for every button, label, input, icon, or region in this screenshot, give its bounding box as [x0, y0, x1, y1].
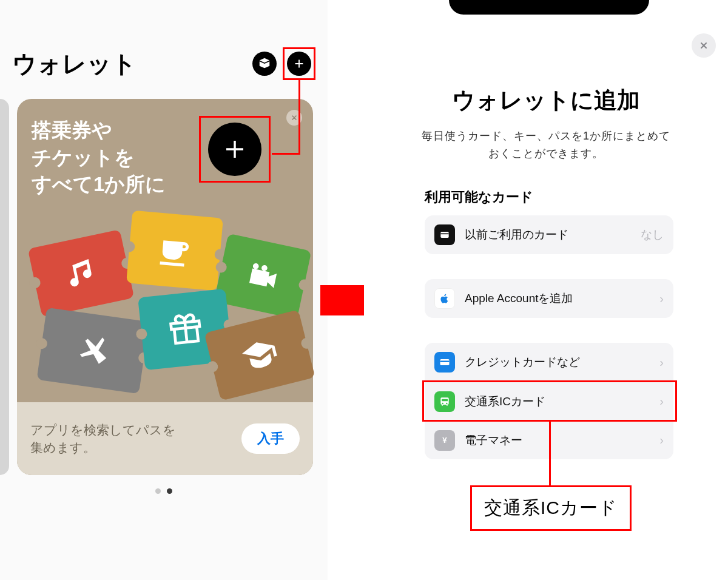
- orders-icon[interactable]: [252, 52, 277, 76]
- svg-rect-0: [440, 232, 448, 238]
- svg-text:¥: ¥: [442, 436, 447, 445]
- add-card-button[interactable]: [287, 52, 311, 76]
- header-icons: [252, 47, 315, 80]
- promo-headline: 搭乗券や チケットを すべて1か所に: [32, 117, 166, 198]
- option-label: 以前ご利用のカード: [465, 227, 631, 243]
- promo-footer-l2: 集めます。: [30, 440, 96, 454]
- promo-footer-l1: アプリを検索してパスを: [30, 423, 176, 437]
- yen-icon: ¥: [434, 430, 455, 451]
- close-sheet-button[interactable]: [692, 33, 716, 58]
- ticket-collage: [17, 208, 313, 390]
- music-ticket-icon: [28, 229, 135, 317]
- promo-add-button[interactable]: [208, 123, 261, 176]
- annotation-line: [272, 153, 300, 155]
- svg-rect-3: [440, 361, 450, 363]
- option-label: 交通系ICカード: [465, 394, 650, 410]
- sheet-subtitle: 毎日使うカード、キー、パスを1か所にまとめて おくことができます。: [406, 127, 686, 163]
- credit-card-icon: [434, 352, 455, 373]
- transit-icon: [434, 391, 455, 412]
- apple-icon: [434, 288, 455, 309]
- wallet-title: ウォレット: [12, 47, 136, 81]
- device-notch: [449, 0, 649, 15]
- page-indicator: [0, 488, 328, 494]
- cafe-ticket-icon: [126, 211, 223, 291]
- promo-card: 搭乗券や チケットを すべて1か所に: [17, 99, 313, 475]
- sheet-sub-l1: 毎日使うカード、キー、パスを1か所にまとめて: [422, 130, 670, 142]
- option-label: クレジットカードなど: [465, 354, 650, 370]
- add-to-wallet-sheet: ウォレットに追加 毎日使うカード、キー、パスを1か所にまとめて おくことができま…: [364, 0, 728, 580]
- video-ticket-icon: [214, 234, 312, 320]
- section-title: 利用可能なカード: [425, 188, 533, 206]
- wallet-icon: [434, 224, 455, 245]
- option-label: Apple Accountを追加: [465, 291, 650, 306]
- option-label: 電子マネー: [465, 433, 650, 448]
- promo-add-highlight: [199, 116, 271, 183]
- wallet-screen: ウォレット 搭乗券や チケットを すべて1か所に: [0, 0, 328, 580]
- option-previous-cards[interactable]: 以前ご利用のカード なし: [425, 215, 673, 254]
- flight-ticket-icon: [36, 308, 149, 394]
- annotation-line: [298, 79, 300, 155]
- option-trail: なし: [641, 227, 664, 243]
- chevron-right-icon: ›: [659, 394, 664, 408]
- page-dot-1[interactable]: [155, 488, 161, 494]
- sheet-title: ウォレットに追加: [364, 85, 728, 116]
- promo-line2: チケットを: [32, 146, 135, 169]
- option-group-previous: 以前ご利用のカード なし: [425, 215, 673, 254]
- chevron-right-icon: ›: [659, 433, 664, 447]
- option-apple-account[interactable]: Apple Accountを追加 ›: [425, 279, 673, 318]
- wallet-header: ウォレット: [12, 46, 315, 82]
- option-group-apple: Apple Accountを追加 ›: [425, 279, 673, 318]
- add-card-header-highlight: [283, 47, 315, 80]
- option-transit-ic-card[interactable]: 交通系ICカード ›: [425, 382, 673, 420]
- get-button[interactable]: 入手: [241, 423, 300, 454]
- promo-footer-text: アプリを検索してパスを 集めます。: [30, 421, 176, 457]
- chevron-right-icon: ›: [659, 292, 664, 306]
- chevron-right-icon: ›: [659, 356, 664, 369]
- callout-label: 交通系ICカード: [470, 485, 632, 531]
- sheet-sub-l2: おくことができます。: [488, 147, 604, 160]
- page-dot-2[interactable]: [167, 488, 172, 494]
- svg-rect-1: [440, 234, 448, 235]
- previous-card-peek[interactable]: [0, 99, 9, 475]
- promo-line1: 搭乗券や: [32, 119, 112, 141]
- promo-footer: アプリを検索してパスを 集めます。 入手: [17, 402, 313, 475]
- option-credit-card[interactable]: クレジットカードなど ›: [425, 343, 673, 382]
- promo-line3: すべて1か所に: [32, 173, 166, 195]
- annotation-line: [549, 421, 551, 485]
